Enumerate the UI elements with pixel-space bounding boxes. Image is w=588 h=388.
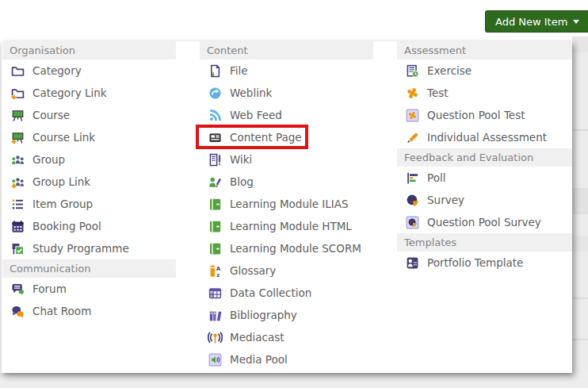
media-pool-icon: [208, 352, 223, 367]
item-group-icon: [10, 197, 25, 212]
menu-item-web-feed[interactable]: Web Feed: [200, 104, 373, 126]
web-feed-icon: [208, 108, 223, 123]
category-link-icon: [10, 86, 25, 101]
section-header-content: Content: [200, 41, 373, 60]
glossary-icon: Az: [208, 263, 223, 279]
menu-item-individual-assessment[interactable]: Individual Assessment: [397, 126, 572, 148]
test-icon: [405, 86, 420, 101]
menu-item-category[interactable]: Category: [2, 60, 176, 82]
menu-item-data-collection[interactable]: Data Collection: [200, 282, 373, 304]
menu-item-label: Forum: [32, 282, 67, 295]
menu-item-label: Learning Module HTML: [230, 220, 352, 232]
portfolio-template-icon: [405, 255, 420, 271]
menu-item-learning-module-ilias[interactable]: Learning Module ILIAS: [200, 193, 373, 215]
individual-assessment-icon: [405, 130, 420, 145]
underlying-page-bottom-strip: [0, 373, 588, 388]
learning-module-icon: [208, 219, 223, 234]
menu-item-label: Study Programme: [32, 242, 129, 255]
menu-item-label: Test: [427, 86, 449, 99]
section-header-feedback-and-evaluation: Feedback and Evaluation: [397, 148, 572, 167]
menu-item-label: Group: [32, 153, 65, 166]
menu-item-label: Category: [32, 64, 82, 77]
menu-item-blog[interactable]: Blog: [200, 171, 373, 193]
menu-item-category-link[interactable]: Category Link: [2, 82, 176, 104]
menu-item-study-programme[interactable]: Study Programme: [2, 237, 176, 259]
menu-item-label: Booking Pool: [32, 220, 101, 232]
menu-item-label: Wiki: [230, 153, 252, 166]
menu-item-label: Web Feed: [230, 109, 282, 121]
menu-item-group[interactable]: Group: [2, 148, 176, 171]
menu-item-course-link[interactable]: Course Link: [2, 126, 176, 148]
menu-item-chat-room[interactable]: Chat Room: [2, 300, 176, 322]
menu-item-bibliography[interactable]: Bibliography: [200, 304, 373, 326]
menu-item-label: File: [230, 64, 248, 77]
menu-item-label: Learning Module SCORM: [230, 242, 361, 255]
menu-item-media-pool[interactable]: Media Pool: [200, 348, 373, 371]
study-programme-icon: [10, 241, 25, 256]
menu-item-wiki[interactable]: Wiki: [200, 148, 373, 171]
menu-item-label: Survey: [427, 194, 464, 206]
menu-item-question-pool-survey[interactable]: Question Pool Survey: [397, 211, 572, 233]
dropdown-column-2: ContentFileWeblinkWeb FeedContent PageWi…: [200, 41, 373, 371]
menu-item-portfolio-template[interactable]: Portfolio Template: [397, 252, 572, 274]
add-new-item-dropdown: OrganisationCategoryCategory LinkCourseC…: [2, 41, 572, 373]
menu-item-test[interactable]: Test: [397, 82, 572, 104]
svg-text:z: z: [216, 271, 220, 278]
group-icon: [10, 152, 25, 167]
menu-item-item-group[interactable]: Item Group: [2, 193, 176, 215]
content-page-icon: [208, 130, 223, 145]
file-icon: [208, 63, 223, 79]
learning-module-icon: [208, 197, 223, 212]
menu-item-learning-module-scorm[interactable]: Learning Module SCORM: [200, 237, 373, 259]
menu-item-label: Blog: [230, 175, 254, 188]
forum-icon: [10, 282, 25, 297]
menu-item-label: Chat Room: [32, 305, 91, 317]
menu-item-question-pool-test[interactable]: Question Pool Test: [397, 104, 572, 126]
menu-item-group-link[interactable]: Group Link: [2, 171, 176, 193]
menu-item-label: Item Group: [32, 198, 93, 210]
menu-item-content-page[interactable]: Content Page: [200, 126, 373, 148]
menu-item-file[interactable]: File: [200, 60, 373, 82]
add-new-item-button[interactable]: Add New Item: [485, 10, 588, 33]
menu-item-poll[interactable]: Poll: [397, 167, 572, 189]
data-collection-icon: [208, 286, 223, 301]
menu-item-label: Bibliography: [230, 309, 297, 321]
menu-item-learning-module-html[interactable]: Learning Module HTML: [200, 215, 373, 237]
menu-item-label: Glossary: [230, 264, 276, 277]
menu-item-label: Portfolio Template: [427, 256, 523, 269]
menu-item-exercise[interactable]: Exercise: [397, 60, 572, 82]
section-header-organisation: Organisation: [2, 41, 176, 60]
category-icon: [10, 63, 25, 79]
menu-item-label: Media Pool: [230, 353, 288, 366]
learning-module-icon: [208, 241, 223, 256]
menu-item-label: Question Pool Test: [427, 109, 525, 121]
menu-item-label: Question Pool Survey: [427, 216, 541, 229]
blog-icon: [208, 175, 223, 190]
menu-item-forum[interactable]: Forum: [2, 278, 176, 300]
group-link-icon: [10, 175, 25, 190]
add-new-item-screen: { "toolbar": { "add_button_label": "Add …: [0, 0, 588, 388]
bibliography-icon: [208, 308, 223, 323]
menu-item-label: Course: [32, 109, 70, 121]
section-header-templates: Templates: [397, 233, 572, 252]
question-pool-test-icon: [405, 108, 420, 123]
menu-item-label: Content Page: [230, 131, 302, 144]
menu-item-booking-pool[interactable]: Booking Pool: [2, 215, 176, 237]
menu-item-glossary[interactable]: AzGlossary: [200, 259, 373, 282]
chat-room-icon: [10, 304, 25, 319]
caret-down-icon: [573, 20, 579, 24]
survey-icon: [405, 193, 420, 208]
section-header-communication: Communication: [2, 259, 176, 278]
poll-icon: [405, 171, 420, 186]
menu-item-label: Individual Assessment: [427, 131, 547, 144]
menu-item-mediacast[interactable]: Mediacast: [200, 326, 373, 348]
booking-pool-icon: [10, 219, 25, 234]
menu-item-survey[interactable]: Survey: [397, 189, 572, 211]
exercise-icon: [405, 63, 420, 79]
svg-text:A: A: [216, 266, 221, 272]
menu-item-weblink[interactable]: Weblink: [200, 82, 373, 104]
mediacast-icon: [208, 330, 223, 345]
menu-item-course[interactable]: Course: [2, 104, 176, 126]
menu-item-label: Weblink: [230, 86, 272, 99]
menu-item-label: Learning Module ILIAS: [230, 198, 349, 210]
